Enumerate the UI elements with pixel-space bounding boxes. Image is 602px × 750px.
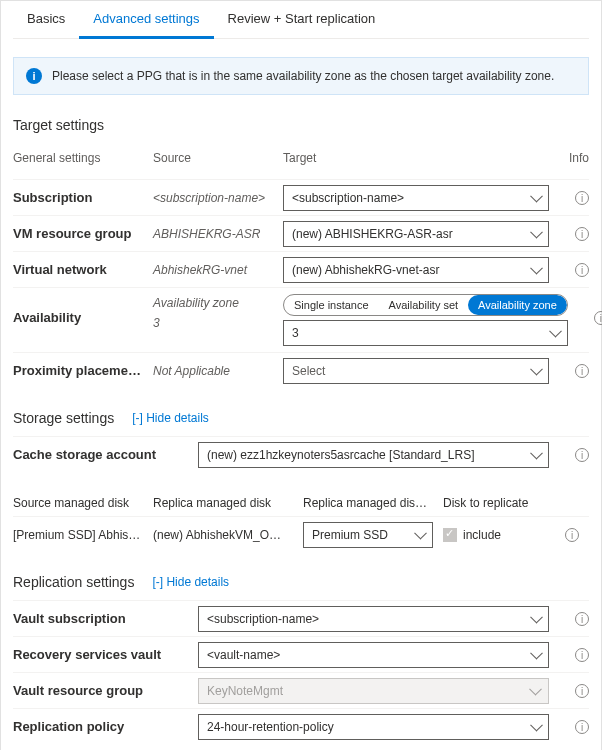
replication-title: Replication settings — [13, 574, 134, 590]
info-icon[interactable]: i — [575, 364, 589, 378]
disk-col-rep: Replica managed disk — [153, 496, 303, 510]
disk-col-type: Replica managed dis… — [303, 496, 443, 510]
subscription-source: <subscription-name> — [153, 183, 283, 213]
storage-title: Storage settings — [13, 410, 114, 426]
availability-zone-select[interactable]: 3 — [283, 320, 568, 346]
disk-col-src: Source managed disk — [13, 496, 153, 510]
ppg-select[interactable]: Select — [283, 358, 549, 384]
include-label: include — [463, 528, 501, 542]
policy-label: Replication policy — [13, 711, 198, 742]
ppg-source: Not Applicable — [153, 356, 283, 386]
info-icon[interactable]: i — [565, 528, 579, 542]
vaultsub-select[interactable]: <subscription-name> — [198, 606, 549, 632]
availability-segmented[interactable]: Single instance Availability set Availab… — [283, 294, 568, 316]
include-checkbox[interactable] — [443, 528, 457, 542]
disk-col-torep: Disk to replicate — [443, 496, 559, 510]
subscription-label: Subscription — [13, 182, 153, 213]
info-icon[interactable]: i — [575, 648, 589, 662]
availability-label: Availability — [13, 294, 153, 333]
cache-select[interactable]: (new) ezz1hzkeynoters5asrcache [Standard… — [198, 442, 549, 468]
info-icon[interactable]: i — [575, 448, 589, 462]
rg-label: VM resource group — [13, 218, 153, 249]
seg-zone[interactable]: Availability zone — [468, 295, 567, 315]
seg-set[interactable]: Availability set — [379, 295, 469, 315]
subscription-select[interactable]: <subscription-name> — [283, 185, 549, 211]
col-info: Info — [559, 151, 589, 171]
vrg-select: KeyNoteMgmt — [198, 678, 549, 704]
rg-select[interactable]: (new) ABHISHEKRG-ASR-asr — [283, 221, 549, 247]
target-settings-title: Target settings — [13, 117, 589, 133]
rsv-label: Recovery services vault — [13, 639, 198, 670]
info-icon: i — [26, 68, 42, 84]
vnet-select[interactable]: (new) AbhishekRG-vnet-asr — [283, 257, 549, 283]
disk-src: [Premium SSD] Abhis… — [13, 528, 153, 542]
cache-label: Cache storage account — [13, 439, 198, 470]
col-target: Target — [283, 151, 559, 171]
info-icon[interactable]: i — [575, 263, 589, 277]
tab-advanced[interactable]: Advanced settings — [79, 1, 213, 39]
banner-text: Please select a PPG that is in the same … — [52, 69, 554, 83]
storage-hide-link[interactable]: [-] Hide details — [132, 411, 209, 425]
vnet-source: AbhishekRG-vnet — [153, 255, 283, 285]
col-general: General settings — [13, 151, 153, 171]
info-icon[interactable]: i — [575, 612, 589, 626]
tab-basics[interactable]: Basics — [13, 1, 79, 38]
availability-source-type: Availability zone — [153, 296, 283, 310]
info-icon[interactable]: i — [575, 227, 589, 241]
info-icon[interactable]: i — [575, 191, 589, 205]
rg-source: ABHISHEKRG-ASR — [153, 219, 283, 249]
vaultsub-label: Vault subscription — [13, 603, 198, 634]
info-icon[interactable]: i — [575, 720, 589, 734]
seg-single[interactable]: Single instance — [284, 295, 379, 315]
col-source: Source — [153, 151, 283, 171]
replication-hide-link[interactable]: [-] Hide details — [152, 575, 229, 589]
info-banner: i Please select a PPG that is in the sam… — [13, 57, 589, 95]
disk-rep: (new) AbhishekVM_O… — [153, 528, 303, 542]
rsv-select[interactable]: <vault-name> — [198, 642, 549, 668]
disk-type-select[interactable]: Premium SSD — [303, 522, 433, 548]
vrg-label: Vault resource group — [13, 675, 198, 706]
tab-review[interactable]: Review + Start replication — [214, 1, 390, 38]
ppg-label: Proximity placeme… — [13, 355, 153, 386]
info-icon[interactable]: i — [575, 684, 589, 698]
tabs: Basics Advanced settings Review + Start … — [13, 1, 589, 39]
policy-select[interactable]: 24-hour-retention-policy — [198, 714, 549, 740]
vnet-label: Virtual network — [13, 254, 153, 285]
availability-source-zone: 3 — [153, 316, 283, 330]
info-icon[interactable]: i — [594, 311, 602, 325]
